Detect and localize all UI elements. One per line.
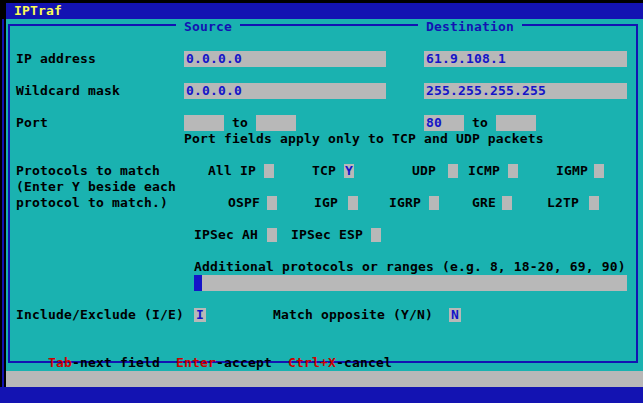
ipsec-ah-checkbox[interactable]: [267, 228, 277, 242]
icmp-label: ICMP: [468, 163, 500, 179]
enter-key: Enter: [176, 355, 216, 370]
ipsec-ah-label: IPSec AH: [194, 227, 258, 243]
status-strip: [6, 371, 643, 387]
source-mask-field[interactable]: 0.0.0.0: [184, 83, 386, 99]
source-port-low-field[interactable]: [184, 115, 224, 131]
allip-checkbox[interactable]: [264, 164, 274, 178]
ospf-label: OSPF: [228, 195, 260, 211]
enter-desc: -accept: [216, 355, 288, 370]
dest-port-to-label: to: [472, 115, 488, 131]
igmp-checkbox[interactable]: [594, 164, 604, 178]
dest-mask-field[interactable]: 255.255.255.255: [424, 83, 627, 99]
title-bar: IPTraf: [6, 3, 643, 19]
app-title: IPTraf: [14, 3, 62, 19]
gre-checkbox[interactable]: [502, 196, 512, 210]
source-ip-field[interactable]: 0.0.0.0: [184, 51, 386, 67]
source-port-to-label: to: [232, 115, 248, 131]
additional-protocols-field[interactable]: [194, 275, 627, 291]
protocols-label-line1: Protocols to match: [16, 163, 160, 179]
destination-header: Destination: [418, 19, 522, 35]
ipsec-esp-label: IPSec ESP: [291, 227, 363, 243]
cancel-desc: -cancel: [336, 355, 392, 370]
l2tp-checkbox[interactable]: [589, 196, 599, 210]
tcp-checkbox[interactable]: Y: [344, 164, 354, 178]
dest-port-high-field[interactable]: [496, 115, 536, 131]
wildcard-mask-label: Wildcard mask: [16, 83, 120, 99]
match-opposite-label: Match opposite (Y/N): [273, 307, 433, 323]
iptraf-screen: IPTraf Source Destination IP address 0.0…: [0, 0, 643, 403]
dest-port-low-field[interactable]: 80: [424, 115, 464, 131]
igp-checkbox[interactable]: [348, 196, 358, 210]
tcp-label: TCP: [312, 163, 336, 179]
bottom-help-bar: Up/Down-move ptr I-insert A-add to list …: [0, 387, 643, 403]
l2tp-label: L2TP: [547, 195, 579, 211]
igp-label: IGP: [314, 195, 338, 211]
ipsec-esp-checkbox[interactable]: [371, 228, 381, 242]
source-header: Source: [176, 19, 240, 35]
include-exclude-label: Include/Exclude (I/E): [16, 307, 184, 323]
ospf-checkbox[interactable]: [267, 196, 277, 210]
ip-address-label: IP address: [16, 51, 96, 67]
match-opposite-field[interactable]: N: [449, 308, 461, 322]
cancel-key: Ctrl+X: [288, 355, 336, 370]
igmp-label: IGMP: [556, 163, 588, 179]
allip-label: All IP: [208, 163, 256, 179]
udp-label: UDP: [412, 163, 436, 179]
icmp-checkbox[interactable]: [508, 164, 518, 178]
port-label: Port: [16, 115, 48, 131]
additional-protocols-label: Additional protocols or ranges (e.g. 8, …: [194, 259, 626, 275]
igrp-checkbox[interactable]: [429, 196, 439, 210]
igrp-label: IGRP: [389, 195, 421, 211]
port-note: Port fields apply only to TCP and UDP pa…: [184, 131, 544, 147]
tab-desc: -next field: [72, 355, 176, 370]
screen-border-left: [2, 19, 4, 387]
udp-checkbox[interactable]: [448, 164, 458, 178]
source-port-high-field[interactable]: [256, 115, 296, 131]
protocols-label-line2: (Enter Y beside each: [16, 179, 176, 195]
tab-key: Tab: [48, 355, 72, 370]
dest-ip-field[interactable]: 61.9.108.1: [424, 51, 627, 67]
include-exclude-field[interactable]: I: [194, 308, 206, 322]
text-cursor: [194, 275, 202, 291]
gre-label: GRE: [472, 195, 496, 211]
protocols-label-line3: protocol to match.): [16, 195, 168, 211]
